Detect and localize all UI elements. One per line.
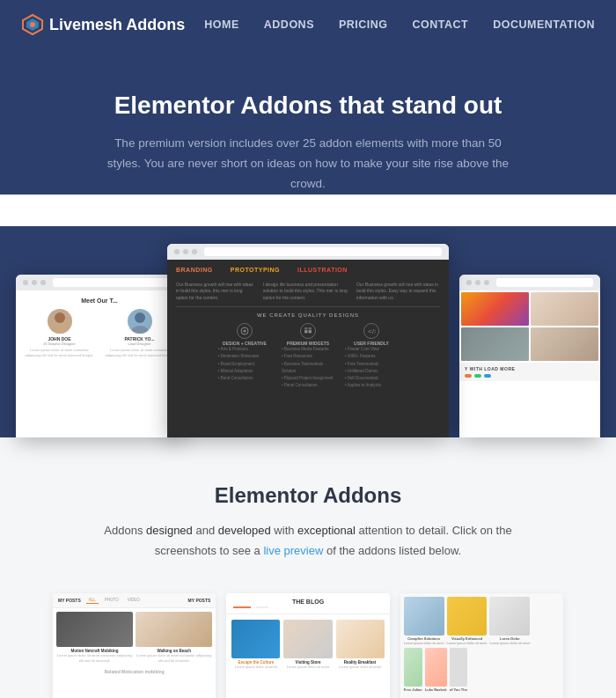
photo-city — [461, 327, 529, 361]
svg-point-3 — [55, 312, 65, 323]
mockup-area: Meet Our T... JOHN DOE #1 Graphic Design… — [0, 226, 616, 437]
design-label: DESIGN + CREATIVE — [218, 341, 271, 346]
logo-icon — [21, 13, 44, 36]
addon-card-grid[interactable]: Campfire Solutions Lorem ipsum dolor sit… — [400, 593, 563, 698]
nav-documentation[interactable]: DOCUMENTATION — [493, 18, 595, 31]
browser-dot-yellow — [32, 280, 37, 285]
grid-sub-3: Lorem ipsum dolor sit amet — [489, 642, 530, 645]
avatars-row: JOHN DOE #1 Graphic Designer Lorem ipsum… — [23, 309, 176, 358]
color-dots — [465, 374, 595, 378]
addons-title: Elementor Addons — [53, 483, 563, 508]
browser-left: Meet Our T... JOHN DOE #1 Graphic Design… — [16, 275, 183, 437]
blog1-title: MY POSTS — [58, 598, 81, 603]
hero-description: The premium version includes over 25 add… — [97, 134, 519, 195]
addon-grid: MY POSTS ALL PHOTO VIDEO MY POSTS — [53, 593, 563, 698]
blog1-tabs: ALL PHOTO VIDEO — [86, 597, 143, 604]
blog2-img-beach — [231, 620, 280, 658]
avatar-patrick-img — [128, 309, 152, 334]
tab-prototyping: PROTOTYPING — [231, 267, 280, 273]
nav-home[interactable]: HOME — [204, 18, 239, 31]
avatar-patrick-role: Lead Designer — [103, 342, 176, 346]
widgets-list: • Business Media Features• Free Resource… — [282, 346, 334, 389]
blog2-sub-2: Lorem ipsum dolor sit amet — [283, 665, 332, 669]
grid-sub-1: Lorem ipsum dolor sit amet — [404, 642, 444, 645]
avatar-john-bio: Lorem ipsum dolor sit amet consectur adi… — [23, 348, 96, 358]
avatar-john-img — [48, 309, 72, 334]
design-list: • Arts & Products• Dimension Showcase• B… — [218, 346, 271, 381]
blog1-grid: Motion Netcraft Mobiking Lorem ipsum dol… — [53, 608, 216, 668]
grid-cell-2: Visually Enhanced Lorem ipsum dolor sit … — [447, 597, 488, 645]
logo[interactable]: Livemesh Addons — [21, 13, 185, 36]
dot-blue — [484, 374, 491, 378]
center-title: WE CREATE QUALITY DESIGNS — [176, 312, 440, 318]
icons-row: DESIGN + CREATIVE • Arts & Products• Dim… — [176, 323, 440, 389]
grid-cell-4: Free Julian — [404, 648, 422, 692]
svg-point-2 — [30, 22, 35, 27]
dot-green — [474, 374, 481, 378]
photo-hands — [531, 292, 598, 326]
browser-dot-r3 — [484, 280, 489, 285]
svg-rect-9 — [304, 330, 308, 334]
blog2-title: THE BLOG — [233, 599, 382, 605]
grid-cell-6: of You The — [450, 648, 467, 692]
browser-url-bar — [53, 278, 176, 287]
blog1-img-bike — [56, 612, 133, 647]
photo-hair — [531, 327, 598, 361]
nav-pricing[interactable]: PRICING — [339, 18, 388, 31]
addons-description: Addons designed and developed with excep… — [97, 520, 519, 562]
blog1-footer-text: Related Motication mobiking — [58, 669, 210, 675]
underline-orange — [233, 606, 251, 608]
blog1-sub-2: Lorem ipsum dolor sit amet consectur adi… — [136, 653, 212, 664]
nav-addons[interactable]: ADDONS — [264, 18, 314, 31]
svg-point-6 — [131, 326, 149, 334]
hero-section: Elementor Addons that stand out The prem… — [0, 49, 616, 195]
design-icon — [237, 323, 253, 339]
grid-cell-5: Luke Baskett — [425, 648, 447, 692]
browser-url-main — [204, 247, 442, 256]
blog2-img-kitchen — [283, 620, 332, 658]
avatar-patrick: PATRICK YO... Lead Designer Lorem ipsum … — [103, 309, 176, 358]
addon-card-blog2[interactable]: THE BLOG Escape the Culture Lorem ipsum … — [226, 593, 389, 698]
blog1-sub-1: Lorem ipsum dolor sit amet consectur adi… — [56, 653, 133, 664]
blog1-footer: Related Motication mobiking — [53, 667, 216, 677]
browser-dot-green — [40, 280, 46, 285]
grid-row-2: Free Julian Luke Baskett of You The — [404, 648, 560, 692]
svg-point-4 — [51, 326, 69, 334]
tab-desc-2: I design life business and presentation … — [263, 282, 348, 302]
site-header: Livemesh Addons HOME ADDONS PRICING CONT… — [0, 0, 616, 49]
svg-point-8 — [244, 330, 246, 333]
blog1-post-1: Motion Netcraft Mobiking Lorem ipsum dol… — [56, 612, 133, 665]
svg-rect-12 — [309, 327, 312, 330]
icon-design: DESIGN + CREATIVE • Arts & Products• Dim… — [218, 323, 271, 389]
photo-sunset — [461, 292, 529, 326]
blog1-tab-video: VIDEO — [125, 597, 143, 604]
tab-illustration: ILLUSTRATION — [297, 267, 348, 273]
blog2-sub-1: Lorem ipsum dolor sit amet — [231, 665, 280, 669]
browser-main: BRANDING PROTOTYPING ILLUSTRATION Our Bu… — [167, 244, 449, 437]
load-more-text: Y WITH LOAD MORE — [465, 366, 595, 371]
nav-contact[interactable]: CONTACT — [413, 18, 469, 31]
blog1-tab-all: ALL — [86, 597, 99, 604]
product-grid-mock: Campfire Solutions Lorem ipsum dolor sit… — [400, 593, 563, 698]
logo-text: Livemesh Addons — [49, 16, 185, 34]
grid-label-4: Free Julian — [404, 687, 422, 692]
friendly-list: • Floater Core View• 1000+ Features• Fre… — [345, 346, 398, 389]
browser-dot-2 — [183, 249, 188, 254]
blog1-mock: MY POSTS ALL PHOTO VIDEO MY POSTS — [53, 593, 216, 698]
browser-dot-r2 — [475, 280, 480, 285]
blog2-item-3: Reality Breakfast Lorem ipsum dolor sit … — [336, 620, 385, 670]
tab-branding: BRANDING — [176, 267, 213, 273]
tab-desc-3: Our Business growth will rise with ideas… — [356, 282, 440, 302]
grid-sub-2: Lorem ipsum dolor sit amet — [447, 642, 488, 645]
grid-cell-3: Loren Dolor Lorem ipsum dolor sit amet — [489, 597, 530, 645]
browser-dot-3 — [192, 249, 197, 254]
icon-friendly: </> USER FRIENDLY • Floater Core View• 1… — [345, 323, 398, 389]
blog2-header: THE BLOG — [226, 593, 389, 614]
grid-img-5 — [425, 648, 447, 687]
browser-dot-r1 — [466, 280, 472, 285]
grid-label-1: Campfire Solutions — [404, 636, 444, 641]
addon-card-blog1[interactable]: MY POSTS ALL PHOTO VIDEO MY POSTS — [53, 593, 216, 698]
blog2-item-2: Visiting Store Lorem ipsum dolor sit ame… — [283, 620, 332, 670]
svg-rect-11 — [304, 327, 308, 330]
grid-row-1: Campfire Solutions Lorem ipsum dolor sit… — [404, 597, 560, 645]
